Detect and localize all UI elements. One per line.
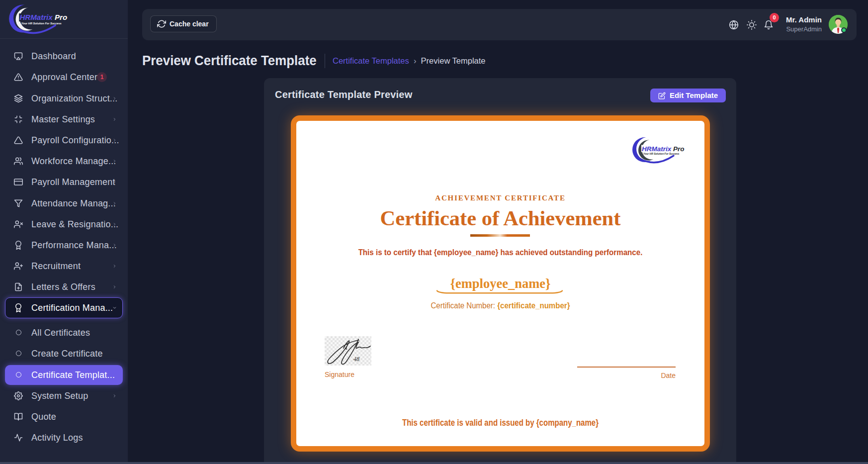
svg-text:Your HR Solution For Success: Your HR Solution For Success	[643, 152, 680, 155]
svg-text:HRMatrix Pro: HRMatrix Pro	[642, 145, 685, 153]
svg-text:Your HR Solution For Success: Your HR Solution For Success	[21, 22, 62, 25]
svg-text:48: 48	[353, 356, 359, 363]
svg-text:HRMatrix Pro: HRMatrix Pro	[19, 13, 67, 21]
